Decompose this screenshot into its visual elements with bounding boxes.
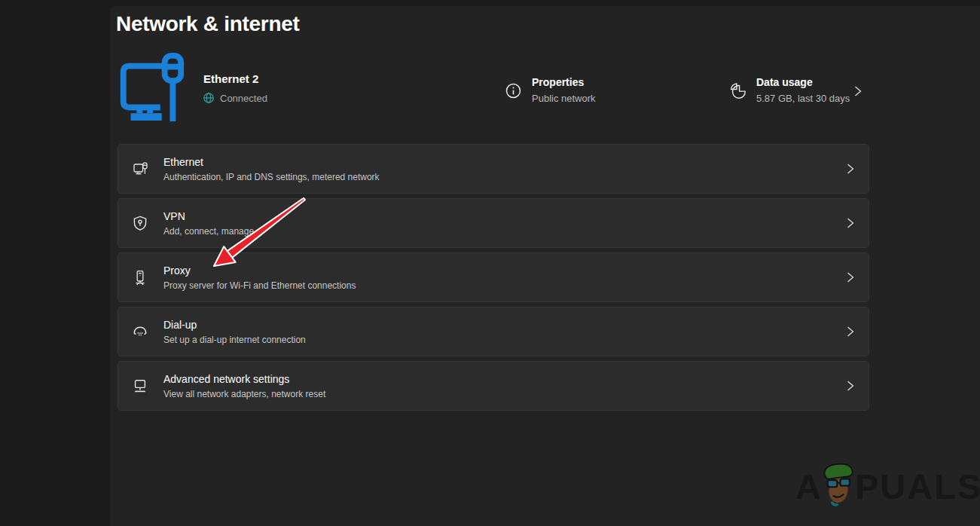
chevron-right-icon	[843, 161, 858, 176]
row-subtitle: Proxy server for Wi-Fi and Ethernet conn…	[163, 280, 356, 292]
chevron-right-icon	[843, 324, 858, 339]
properties-subtitle: Public network	[532, 92, 596, 105]
row-title: Ethernet	[163, 155, 380, 170]
row-title: Advanced network settings	[163, 372, 325, 387]
vpn-shield-icon	[131, 215, 149, 231]
chevron-right-icon	[843, 216, 858, 231]
advanced-network-icon	[131, 378, 149, 394]
settings-row-ethernet[interactable]: Ethernet Authentication, IP and DNS sett…	[118, 144, 869, 194]
data-usage-subtitle: 5.87 GB, last 30 days	[756, 92, 850, 105]
row-title: Dial-up	[163, 318, 306, 332]
row-subtitle: View all network adapters, network reset	[163, 388, 325, 400]
settings-row-proxy[interactable]: Proxy Proxy server for Wi-Fi and Etherne…	[118, 252, 869, 302]
chevron-right-icon	[843, 270, 858, 285]
info-icon	[505, 82, 522, 99]
data-usage-button[interactable]: Data usage 5.87 GB, last 30 days	[729, 76, 850, 105]
row-subtitle: Authentication, IP and DNS settings, met…	[163, 171, 380, 183]
data-usage-chevron-icon[interactable]	[850, 84, 866, 99]
row-title: Proxy	[163, 264, 356, 278]
globe-icon	[203, 92, 215, 104]
pie-chart-icon	[729, 82, 746, 99]
row-subtitle: Set up a dial-up internet connection	[163, 334, 306, 346]
connection-status: Connected	[203, 92, 267, 104]
chevron-right-icon	[843, 378, 858, 393]
properties-title: Properties	[532, 76, 596, 89]
ethernet-hero-icon	[114, 50, 188, 125]
data-usage-title: Data usage	[756, 76, 850, 89]
page-title: Network & internet	[116, 12, 300, 36]
properties-button[interactable]: Properties Public network	[505, 76, 596, 105]
connection-status-label: Connected	[220, 93, 267, 104]
row-title: VPN	[163, 209, 254, 224]
settings-row-advanced-network-settings[interactable]: Advanced network settings View all netwo…	[118, 361, 869, 411]
dialup-phone-icon	[131, 323, 149, 340]
row-subtitle: Add, connect, manage	[163, 225, 254, 237]
connection-name: Ethernet 2	[203, 72, 258, 85]
settings-row-dial-up[interactable]: Dial-up Set up a dial-up internet connec…	[118, 307, 869, 356]
settings-row-vpn[interactable]: VPN Add, connect, manage	[118, 198, 869, 248]
settings-list: Ethernet Authentication, IP and DNS sett…	[118, 144, 869, 415]
ethernet-icon	[131, 161, 149, 177]
proxy-server-icon	[131, 269, 149, 286]
network-internet-settings-window: Network & internet Ethernet 2 Connected	[0, 0, 980, 526]
